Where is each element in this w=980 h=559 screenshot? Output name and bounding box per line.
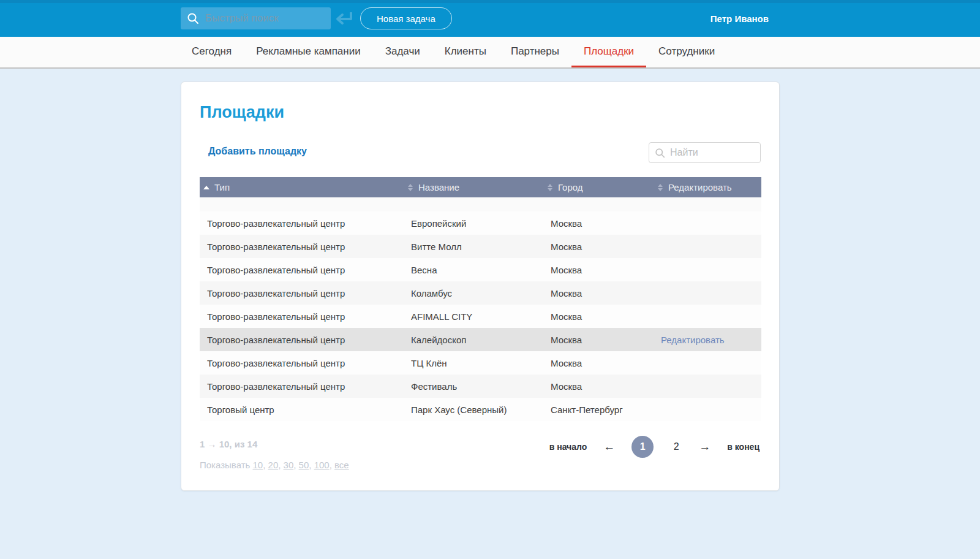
- cell-city: Москва: [543, 211, 654, 235]
- pagination: в начало←12→в конец: [549, 436, 760, 458]
- table-row[interactable]: Торгово-развлекательный центр Фестиваль …: [200, 375, 761, 398]
- row-edit-link[interactable]: Редактировать: [661, 335, 725, 345]
- page-size-selector: Показывать 10, 20, 30, 50, 100, все: [200, 460, 349, 470]
- nav-tab-item[interactable]: Партнеры: [499, 37, 571, 67]
- table-row[interactable]: Торгово-развлекательный центр Витте Молл…: [200, 235, 761, 258]
- rows-range-text: 1 → 10, из 14: [200, 439, 349, 449]
- cell-city: Санкт-Петербург: [543, 398, 654, 421]
- page-size-option[interactable]: 20: [268, 460, 279, 470]
- cell-type: Торгово-развлекательный центр: [200, 328, 404, 351]
- cell-type: Торговый центр: [200, 398, 404, 421]
- pagination-next-icon[interactable]: →: [699, 440, 710, 454]
- current-user-name[interactable]: Петр Иванов: [710, 0, 769, 37]
- pagination-prev-icon[interactable]: ←: [603, 440, 615, 454]
- cell-city: Москва: [543, 235, 654, 258]
- cell-action: [654, 281, 761, 305]
- cell-type: Торгово-развлекательный центр: [200, 375, 404, 398]
- cell-action: [654, 258, 761, 281]
- cell-action: [654, 398, 761, 421]
- sort-arrows-icon[interactable]: [547, 184, 553, 191]
- main-nav: СегодняРекламные кампанииЗадачиКлиентыПа…: [0, 37, 980, 69]
- nav-tab-active[interactable]: Площадки: [571, 37, 646, 67]
- cell-action: [654, 305, 761, 328]
- page-size-option[interactable]: 30: [284, 460, 294, 470]
- cell-name: Европейский: [404, 211, 543, 235]
- page-title: Площадки: [200, 103, 284, 122]
- cell-type: Торгово-развлекательный центр: [200, 258, 404, 281]
- pagination-last-button[interactable]: в конец: [727, 442, 760, 452]
- table-row[interactable]: Торгово-развлекательный центр Европейски…: [200, 211, 761, 235]
- cell-name: Витте Молл: [404, 235, 543, 258]
- quick-search-input[interactable]: [205, 12, 325, 25]
- column-header[interactable]: Тип: [200, 177, 404, 197]
- table-row-empty: [200, 197, 761, 211]
- column-header[interactable]: Редактировать: [654, 177, 761, 197]
- cell-city: Москва: [543, 351, 654, 375]
- cell-name: Коламбус: [404, 281, 543, 305]
- add-venue-button[interactable]: Добавить площадку: [208, 146, 307, 157]
- venues-table: ТипНазваниеГородРедактировать Торгово-ра…: [200, 177, 761, 421]
- nav-tab-item[interactable]: Клиенты: [432, 37, 499, 67]
- table-row[interactable]: Торгово-развлекательный центр Коламбус М…: [200, 281, 761, 305]
- cell-type: Торгово-развлекательный центр: [200, 211, 404, 235]
- nav-tab-item[interactable]: Рекламные кампании: [244, 37, 373, 67]
- search-icon: [655, 148, 665, 158]
- cell-type: Торгово-развлекательный центр: [200, 235, 404, 258]
- table-search-input[interactable]: [670, 147, 755, 158]
- pagination-page-active[interactable]: 1: [631, 436, 654, 458]
- search-icon: [187, 12, 199, 25]
- cell-city: Москва: [543, 375, 654, 398]
- cell-name: Фестиваль: [404, 375, 543, 398]
- cell-city: Москва: [543, 281, 654, 305]
- enter-return-icon[interactable]: [334, 10, 353, 27]
- table-row[interactable]: Торгово-развлекательный центр Калейдоско…: [200, 328, 761, 351]
- cell-name: Весна: [404, 258, 543, 281]
- column-header[interactable]: Город: [543, 177, 654, 197]
- table-row[interactable]: Торгово-развлекательный центр AFIMALL CI…: [200, 305, 761, 328]
- cell-action: Редактировать: [654, 328, 761, 351]
- page-size-option[interactable]: 50: [299, 460, 309, 470]
- quick-search-box[interactable]: [181, 7, 331, 29]
- cell-type: Торгово-развлекательный центр: [200, 305, 404, 328]
- sort-arrows-icon[interactable]: [407, 184, 413, 191]
- page-size-option[interactable]: 10: [253, 460, 263, 470]
- cell-name: AFIMALL CITY: [404, 305, 543, 328]
- cell-city: Москва: [543, 328, 654, 351]
- table-row[interactable]: Торговый центр Парк Хаус (Северный) Санк…: [200, 398, 761, 421]
- cell-type: Торгово-развлекательный центр: [200, 281, 404, 305]
- cell-city: Москва: [543, 305, 654, 328]
- cell-type: Торгово-развлекательный центр: [200, 351, 404, 375]
- cell-action: [654, 351, 761, 375]
- pagination-page[interactable]: 2: [670, 441, 682, 452]
- top-bar: Новая задача Петр Иванов: [0, 0, 980, 37]
- cell-city: Москва: [543, 258, 654, 281]
- new-task-button[interactable]: Новая задача: [360, 7, 452, 29]
- sort-arrows-icon[interactable]: [203, 186, 209, 189]
- table-footer-info: 1 → 10, из 14 Показывать 10, 20, 30, 50,…: [200, 439, 349, 470]
- table-row[interactable]: Торгово-развлекательный центр Весна Моск…: [200, 258, 761, 281]
- cell-name: Калейдоскоп: [404, 328, 543, 351]
- nav-tab-item[interactable]: Сотрудники: [646, 37, 727, 67]
- sort-arrows-icon[interactable]: [657, 184, 663, 191]
- table-header: ТипНазваниеГородРедактировать: [200, 177, 761, 197]
- pagination-first-button[interactable]: в начало: [549, 442, 587, 452]
- cell-action: [654, 211, 761, 235]
- page-size-option[interactable]: все: [334, 460, 349, 470]
- nav-tab-item[interactable]: Задачи: [373, 37, 432, 67]
- table-search-box[interactable]: [649, 142, 761, 163]
- table-row[interactable]: Торгово-развлекательный центр ТЦ Клён Мо…: [200, 351, 761, 375]
- cell-action: [654, 375, 761, 398]
- cell-action: [654, 235, 761, 258]
- nav-tab-item[interactable]: Сегодня: [179, 37, 244, 67]
- column-header[interactable]: Название: [404, 177, 543, 197]
- cell-name: Парк Хаус (Северный): [404, 398, 543, 421]
- cell-name: ТЦ Клён: [404, 351, 543, 375]
- page-size-option[interactable]: 100: [314, 460, 330, 470]
- content-card: Площадки Добавить площадку ТипНазваниеГо…: [181, 82, 780, 491]
